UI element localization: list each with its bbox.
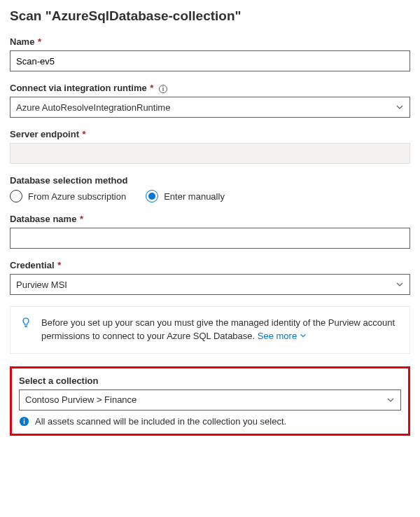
link-text: See more: [258, 331, 297, 341]
runtime-field: Connect via integration runtime * i Azur…: [10, 83, 410, 118]
info-circle-icon: [19, 416, 29, 427]
name-label: Name *: [10, 36, 410, 47]
radio-icon: [10, 190, 22, 202]
endpoint-field: Server endpoint *: [10, 129, 410, 164]
required-asterisk: *: [35, 36, 41, 47]
credential-label: Credential *: [10, 260, 410, 270]
info-text: Before you set up your scan you must giv…: [41, 317, 395, 341]
lightbulb-icon: [20, 317, 31, 332]
name-field: Name *: [10, 36, 410, 71]
name-input[interactable]: [10, 50, 410, 71]
dbname-input[interactable]: [10, 228, 410, 249]
dbname-label-text: Database name: [10, 214, 76, 224]
collection-highlight: Select a collection Contoso Purview > Fi…: [10, 366, 410, 436]
dbmethod-radio-subscription[interactable]: From Azure subscription: [10, 190, 126, 202]
page-title: Scan "AzureSqlDatabase-collection": [10, 8, 410, 24]
dbmethod-field: Database selection method From Azure sub…: [10, 175, 410, 202]
collection-note-text: All assets scanned will be included in t…: [35, 416, 286, 427]
required-asterisk: *: [80, 129, 86, 139]
chevron-down-icon: [386, 396, 395, 404]
endpoint-label-text: Server endpoint: [10, 129, 79, 139]
radio-dot-icon: [148, 193, 155, 200]
collection-value: Contoso Purview > Finance: [25, 394, 136, 405]
credential-select[interactable]: Purview MSI: [10, 274, 410, 295]
chevron-down-icon: [300, 331, 307, 341]
svg-rect-2: [24, 418, 25, 420]
see-more-link[interactable]: See more: [258, 331, 307, 341]
collection-label: Select a collection: [19, 375, 401, 386]
dbname-label: Database name *: [10, 214, 410, 224]
chevron-down-icon: [396, 280, 404, 289]
required-asterisk: *: [148, 83, 154, 93]
collection-note: All assets scanned will be included in t…: [19, 416, 401, 427]
credential-value: Purview MSI: [16, 280, 67, 290]
svg-rect-1: [24, 420, 25, 424]
dbmethod-radio-manual[interactable]: Enter manually: [146, 190, 225, 202]
radio-label: From Azure subscription: [28, 191, 126, 202]
runtime-label-text: Connect via integration runtime: [10, 83, 147, 93]
collection-select[interactable]: Contoso Purview > Finance: [19, 390, 401, 411]
dbname-field: Database name *: [10, 214, 410, 249]
info-callout: Before you set up your scan you must giv…: [10, 306, 410, 354]
runtime-value: Azure AutoResolveIntegrationRuntime: [16, 102, 170, 113]
runtime-select[interactable]: Azure AutoResolveIntegrationRuntime: [10, 97, 410, 118]
required-asterisk: *: [55, 260, 62, 270]
chevron-down-icon: [396, 103, 404, 111]
runtime-label: Connect via integration runtime * i: [10, 83, 410, 93]
dbmethod-label: Database selection method: [10, 175, 410, 186]
credential-label-text: Credential: [10, 260, 55, 270]
radio-label: Enter manually: [164, 191, 225, 202]
radio-icon-selected: [146, 190, 158, 202]
required-asterisk: *: [77, 214, 83, 224]
credential-field: Credential * Purview MSI: [10, 260, 410, 295]
dbmethod-radio-group: From Azure subscription Enter manually: [10, 190, 410, 202]
info-icon[interactable]: i: [159, 85, 167, 93]
endpoint-label: Server endpoint *: [10, 129, 410, 139]
name-label-text: Name: [10, 36, 34, 47]
endpoint-input[interactable]: [10, 143, 410, 164]
